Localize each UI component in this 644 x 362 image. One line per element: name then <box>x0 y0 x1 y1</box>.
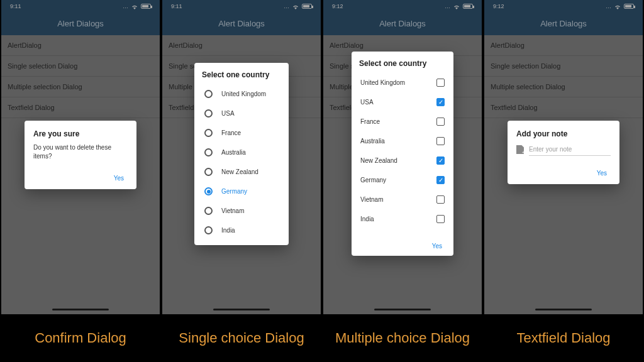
gallery-row: 9:11 … Alert Dialogs AlertDialog Single … <box>0 0 644 362</box>
radio-icon <box>204 109 213 118</box>
radio-icon <box>204 129 213 137</box>
phone-screen: 9:12 … Alert Dialogs AlertDialog Single … <box>323 0 482 314</box>
note-input[interactable] <box>529 143 611 156</box>
option-label: Australia <box>221 149 246 156</box>
radio-option[interactable]: India <box>202 221 281 240</box>
radio-icon <box>204 168 213 176</box>
option-label: India <box>360 216 374 222</box>
dialog-body: Do you want to delete these items? <box>33 143 128 161</box>
checkbox-icon <box>436 79 445 87</box>
yes-button[interactable]: Yes <box>593 167 611 179</box>
checkbox-icon <box>436 156 445 165</box>
radio-icon <box>204 226 213 234</box>
col-multi: 9:12 … Alert Dialogs AlertDialog Single … <box>322 0 483 362</box>
dialog-title: Select one country <box>359 59 446 68</box>
option-label: New Zealand <box>360 157 397 164</box>
radio-option[interactable]: United Kingdom <box>202 84 281 104</box>
option-label: France <box>221 129 241 136</box>
checkbox-icon <box>436 195 445 204</box>
option-label: Vietnam <box>221 207 245 214</box>
radio-option[interactable]: New Zealand <box>202 162 281 182</box>
checkbox-option[interactable]: Germany <box>359 170 446 190</box>
yes-button[interactable]: Yes <box>428 240 446 252</box>
checkbox-icon <box>436 176 445 184</box>
radio-option[interactable]: Germany <box>202 182 281 201</box>
phone-screen: 9:12 … Alert Dialogs AlertDialog Single … <box>484 0 643 314</box>
option-label: Germany <box>221 188 247 195</box>
radio-option[interactable]: Australia <box>202 143 281 162</box>
radio-icon <box>204 207 213 215</box>
option-label: United Kingdom <box>221 90 266 97</box>
checkbox-option[interactable]: India <box>359 209 446 229</box>
caption: Textfield Dialog <box>484 314 643 362</box>
col-confirm: 9:11 … Alert Dialogs AlertDialog Single … <box>0 0 161 362</box>
col-single: 9:11 … Alert Dialogs AlertDialog Single … <box>161 0 322 362</box>
option-label: United Kingdom <box>360 79 405 86</box>
single-choice-dialog: Select one country United KingdomUSAFran… <box>194 63 289 245</box>
checkbox-icon <box>436 118 445 126</box>
option-label: Germany <box>360 177 386 184</box>
caption: Confirm Dialog <box>1 314 160 362</box>
checkbox-option[interactable]: USA <box>359 92 446 112</box>
dialog-actions: Yes <box>516 167 611 179</box>
checkbox-option[interactable]: France <box>359 112 446 131</box>
dialog-title: Add your note <box>516 129 611 138</box>
caption: Single choice Dialog <box>162 314 321 362</box>
phone-screen: 9:11 … Alert Dialogs AlertDialog Single … <box>162 0 321 314</box>
option-label: New Zealand <box>221 168 258 175</box>
radio-option[interactable]: France <box>202 123 281 143</box>
textfield-dialog: Add your note Yes <box>508 121 619 184</box>
checkbox-icon <box>436 215 445 223</box>
option-label: Vietnam <box>360 196 384 203</box>
checkbox-option[interactable]: United Kingdom <box>359 73 446 92</box>
checkbox-option[interactable]: Australia <box>359 131 446 151</box>
checkbox-icon <box>436 98 445 106</box>
dialog-title: Select one country <box>202 70 281 79</box>
option-label: USA <box>221 110 235 117</box>
note-add-icon <box>516 145 524 154</box>
dialog-title: Are you sure <box>33 129 128 138</box>
col-textfield: 9:12 … Alert Dialogs AlertDialog Single … <box>483 0 644 362</box>
checkbox-option[interactable]: New Zealand <box>359 151 446 170</box>
radio-option[interactable]: USA <box>202 104 281 123</box>
radio-option[interactable]: Vietnam <box>202 201 281 221</box>
confirm-dialog: Are you sure Do you want to delete these… <box>25 121 136 189</box>
multi-choice-dialog: Select one country United KingdomUSAFran… <box>352 52 453 256</box>
radio-icon <box>204 187 213 195</box>
dialog-actions: Yes <box>359 240 446 252</box>
radio-icon <box>204 148 213 156</box>
option-label: France <box>360 118 380 125</box>
option-label: Australia <box>360 138 385 145</box>
option-label: India <box>221 227 235 234</box>
yes-button[interactable]: Yes <box>110 172 128 184</box>
checkbox-option[interactable]: Vietnam <box>359 190 446 209</box>
checkbox-icon <box>436 137 445 145</box>
caption: Multiple choice Dialog <box>323 314 482 362</box>
phone-screen: 9:11 … Alert Dialogs AlertDialog Single … <box>1 0 160 314</box>
option-label: USA <box>360 99 374 106</box>
input-row <box>516 143 611 156</box>
radio-icon <box>204 90 213 98</box>
dialog-actions: Yes <box>33 172 128 184</box>
